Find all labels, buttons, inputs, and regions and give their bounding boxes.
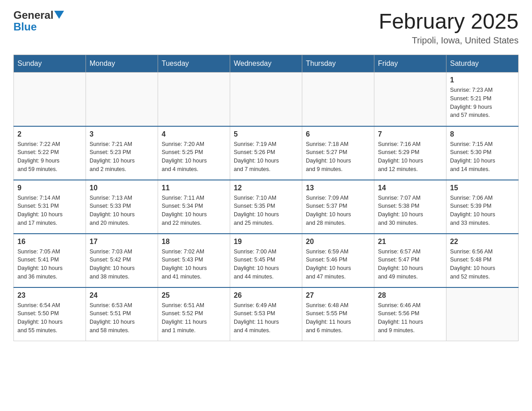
calendar-cell <box>14 73 86 126</box>
calendar-table: SundayMondayTuesdayWednesdayThursdayFrid… <box>13 55 519 341</box>
day-number: 4 <box>162 130 226 138</box>
day-info: Sunrise: 7:14 AM Sunset: 5:31 PM Dayligh… <box>17 194 82 227</box>
logo-blue-text: Blue <box>13 21 37 33</box>
day-of-week-header: Monday <box>86 55 158 73</box>
day-number: 18 <box>162 238 226 246</box>
calendar-cell: 15Sunrise: 7:06 AM Sunset: 5:39 PM Dayli… <box>446 180 519 234</box>
calendar-cell <box>302 73 374 126</box>
day-number: 28 <box>378 291 442 300</box>
day-number: 24 <box>90 291 154 300</box>
day-number: 10 <box>90 184 154 192</box>
calendar-cell <box>230 73 302 126</box>
day-of-week-header: Wednesday <box>230 55 302 73</box>
calendar-cell <box>158 73 230 126</box>
day-of-week-header: Saturday <box>446 55 519 73</box>
calendar-cell: 11Sunrise: 7:11 AM Sunset: 5:34 PM Dayli… <box>158 180 230 234</box>
day-info: Sunrise: 6:51 AM Sunset: 5:52 PM Dayligh… <box>162 301 226 335</box>
calendar-cell: 4Sunrise: 7:20 AM Sunset: 5:25 PM Daylig… <box>158 126 230 180</box>
day-number: 12 <box>234 184 298 192</box>
day-info: Sunrise: 7:10 AM Sunset: 5:35 PM Dayligh… <box>234 194 298 227</box>
day-info: Sunrise: 6:53 AM Sunset: 5:51 PM Dayligh… <box>90 301 154 335</box>
day-number: 7 <box>378 130 442 138</box>
calendar-week-row: 16Sunrise: 7:05 AM Sunset: 5:41 PM Dayli… <box>14 234 519 287</box>
calendar-cell: 14Sunrise: 7:07 AM Sunset: 5:38 PM Dayli… <box>374 180 446 234</box>
day-info: Sunrise: 6:54 AM Sunset: 5:50 PM Dayligh… <box>17 301 82 335</box>
calendar-header-row: SundayMondayTuesdayWednesdayThursdayFrid… <box>14 55 519 73</box>
day-number: 14 <box>378 184 442 192</box>
calendar-week-row: 1Sunrise: 7:23 AM Sunset: 5:21 PM Daylig… <box>14 73 519 126</box>
calendar-cell: 13Sunrise: 7:09 AM Sunset: 5:37 PM Dayli… <box>302 180 374 234</box>
day-info: Sunrise: 7:20 AM Sunset: 5:25 PM Dayligh… <box>162 140 226 174</box>
day-info: Sunrise: 7:11 AM Sunset: 5:34 PM Dayligh… <box>162 194 226 227</box>
title-block: February 2025 Tripoli, Iowa, United Stat… <box>379 9 519 46</box>
calendar-cell: 27Sunrise: 6:48 AM Sunset: 5:55 PM Dayli… <box>302 287 374 341</box>
calendar-cell: 10Sunrise: 7:13 AM Sunset: 5:33 PM Dayli… <box>86 180 158 234</box>
day-number: 22 <box>450 238 515 246</box>
day-info: Sunrise: 6:57 AM Sunset: 5:47 PM Dayligh… <box>378 248 442 281</box>
day-info: Sunrise: 7:07 AM Sunset: 5:38 PM Dayligh… <box>378 194 442 227</box>
day-number: 2 <box>17 130 82 138</box>
day-info: Sunrise: 6:46 AM Sunset: 5:56 PM Dayligh… <box>378 301 442 335</box>
calendar-cell: 23Sunrise: 6:54 AM Sunset: 5:50 PM Dayli… <box>14 287 86 341</box>
day-number: 15 <box>450 184 515 192</box>
day-number: 3 <box>90 130 154 138</box>
day-info: Sunrise: 7:21 AM Sunset: 5:23 PM Dayligh… <box>90 140 154 174</box>
calendar-cell: 19Sunrise: 7:00 AM Sunset: 5:45 PM Dayli… <box>230 234 302 287</box>
day-number: 13 <box>306 184 370 192</box>
calendar-cell <box>86 73 158 126</box>
day-number: 27 <box>306 291 370 300</box>
day-info: Sunrise: 6:56 AM Sunset: 5:48 PM Dayligh… <box>450 248 515 281</box>
day-info: Sunrise: 7:15 AM Sunset: 5:30 PM Dayligh… <box>450 140 515 174</box>
day-number: 11 <box>162 184 226 192</box>
svg-marker-0 <box>54 11 64 19</box>
calendar-cell: 3Sunrise: 7:21 AM Sunset: 5:23 PM Daylig… <box>86 126 158 180</box>
day-info: Sunrise: 6:48 AM Sunset: 5:55 PM Dayligh… <box>306 301 370 335</box>
calendar-week-row: 9Sunrise: 7:14 AM Sunset: 5:31 PM Daylig… <box>14 180 519 234</box>
day-of-week-header: Friday <box>374 55 446 73</box>
day-info: Sunrise: 7:06 AM Sunset: 5:39 PM Dayligh… <box>450 194 515 227</box>
day-info: Sunrise: 6:49 AM Sunset: 5:53 PM Dayligh… <box>234 301 298 335</box>
day-info: Sunrise: 7:05 AM Sunset: 5:41 PM Dayligh… <box>17 248 82 281</box>
calendar-cell: 21Sunrise: 6:57 AM Sunset: 5:47 PM Dayli… <box>374 234 446 287</box>
day-info: Sunrise: 7:19 AM Sunset: 5:26 PM Dayligh… <box>234 140 298 174</box>
day-info: Sunrise: 6:59 AM Sunset: 5:46 PM Dayligh… <box>306 248 370 281</box>
page-header: General Blue February 2025 Tripoli, Iowa… <box>13 9 519 46</box>
day-info: Sunrise: 7:09 AM Sunset: 5:37 PM Dayligh… <box>306 194 370 227</box>
calendar-cell: 26Sunrise: 6:49 AM Sunset: 5:53 PM Dayli… <box>230 287 302 341</box>
calendar-cell: 2Sunrise: 7:22 AM Sunset: 5:22 PM Daylig… <box>14 126 86 180</box>
day-number: 26 <box>234 291 298 300</box>
day-number: 9 <box>17 184 82 192</box>
calendar-cell: 24Sunrise: 6:53 AM Sunset: 5:51 PM Dayli… <box>86 287 158 341</box>
month-title: February 2025 <box>379 9 519 34</box>
day-number: 5 <box>234 130 298 138</box>
calendar-cell: 7Sunrise: 7:16 AM Sunset: 5:29 PM Daylig… <box>374 126 446 180</box>
day-of-week-header: Sunday <box>14 55 86 73</box>
day-number: 16 <box>17 238 82 246</box>
calendar-cell: 28Sunrise: 6:46 AM Sunset: 5:56 PM Dayli… <box>374 287 446 341</box>
day-info: Sunrise: 7:16 AM Sunset: 5:29 PM Dayligh… <box>378 140 442 174</box>
calendar-cell: 9Sunrise: 7:14 AM Sunset: 5:31 PM Daylig… <box>14 180 86 234</box>
logo-general-text: General <box>13 9 53 21</box>
day-info: Sunrise: 7:22 AM Sunset: 5:22 PM Dayligh… <box>17 140 82 174</box>
day-number: 8 <box>450 130 515 138</box>
calendar-cell: 8Sunrise: 7:15 AM Sunset: 5:30 PM Daylig… <box>446 126 519 180</box>
calendar-cell <box>374 73 446 126</box>
day-number: 25 <box>162 291 226 300</box>
location-title: Tripoli, Iowa, United States <box>379 35 519 46</box>
calendar-cell: 6Sunrise: 7:18 AM Sunset: 5:27 PM Daylig… <box>302 126 374 180</box>
day-info: Sunrise: 7:03 AM Sunset: 5:42 PM Dayligh… <box>90 248 154 281</box>
calendar-cell: 16Sunrise: 7:05 AM Sunset: 5:41 PM Dayli… <box>14 234 86 287</box>
calendar-cell <box>446 287 519 341</box>
logo-arrow-icon <box>54 11 64 21</box>
calendar-cell: 12Sunrise: 7:10 AM Sunset: 5:35 PM Dayli… <box>230 180 302 234</box>
day-number: 6 <box>306 130 370 138</box>
day-number: 19 <box>234 238 298 246</box>
calendar-cell: 17Sunrise: 7:03 AM Sunset: 5:42 PM Dayli… <box>86 234 158 287</box>
calendar-cell: 22Sunrise: 6:56 AM Sunset: 5:48 PM Dayli… <box>446 234 519 287</box>
day-of-week-header: Tuesday <box>158 55 230 73</box>
day-number: 17 <box>90 238 154 246</box>
calendar-cell: 5Sunrise: 7:19 AM Sunset: 5:26 PM Daylig… <box>230 126 302 180</box>
calendar-cell: 25Sunrise: 6:51 AM Sunset: 5:52 PM Dayli… <box>158 287 230 341</box>
day-info: Sunrise: 7:13 AM Sunset: 5:33 PM Dayligh… <box>90 194 154 227</box>
day-of-week-header: Thursday <box>302 55 374 73</box>
